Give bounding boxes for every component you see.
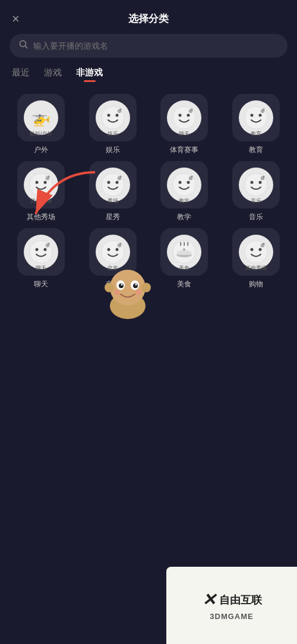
icon-inner-label-teaching: 教学 xyxy=(160,197,208,205)
icon-box-education: 教育 xyxy=(232,94,280,141)
category-shopping[interactable]: 其他秀场 购物 xyxy=(222,228,290,289)
svg-point-38 xyxy=(36,248,39,251)
category-outdoor[interactable]: 🚁 航拍/户外 户外 xyxy=(7,94,75,155)
svg-point-4 xyxy=(115,114,118,117)
grid-label-entertainment: 娱乐 xyxy=(106,145,120,155)
category-entertainment[interactable]: 娱乐 娱乐 xyxy=(79,94,147,155)
grid-label-social: 交友 xyxy=(106,279,120,289)
svg-point-24 xyxy=(115,181,118,184)
page-title: 选择分类 xyxy=(128,12,169,26)
svg-point-19 xyxy=(44,181,47,184)
svg-point-29 xyxy=(187,181,190,184)
category-music[interactable]: 音乐 音乐 xyxy=(222,161,290,222)
svg-point-28 xyxy=(179,181,182,184)
svg-point-43 xyxy=(107,248,110,251)
svg-point-13 xyxy=(250,114,253,117)
svg-point-54 xyxy=(263,243,264,245)
svg-point-44 xyxy=(115,248,118,251)
category-teaching[interactable]: 教学 教学 xyxy=(150,161,219,222)
icon-inner-label-sports: 聊天 xyxy=(160,130,208,138)
svg-point-65 xyxy=(135,289,141,295)
grid-label-chat: 聊天 xyxy=(34,279,48,289)
svg-point-56 xyxy=(110,293,146,319)
svg-point-34 xyxy=(258,181,261,184)
svg-point-8 xyxy=(179,114,182,117)
icon-box-starshow: 秀场 xyxy=(89,161,137,209)
category-othershow[interactable]: 其他秀场 其他秀场 xyxy=(7,161,75,222)
svg-point-52 xyxy=(258,248,261,251)
drone-icon: 🚁 xyxy=(31,109,50,127)
svg-point-6 xyxy=(119,109,121,111)
svg-point-26 xyxy=(119,176,121,178)
grid-label-shopping: 购物 xyxy=(249,279,263,289)
header: × 选择分类 xyxy=(0,0,297,34)
svg-point-33 xyxy=(250,181,253,184)
icon-inner-label-social: 交友 xyxy=(89,264,137,272)
icon-inner-label-food: 美食 xyxy=(160,264,208,272)
category-social[interactable]: 交友 交友 xyxy=(79,228,147,289)
tab-nongames[interactable]: 非游戏 xyxy=(76,67,103,82)
svg-point-11 xyxy=(191,109,193,111)
icon-inner-label-starshow: 秀场 xyxy=(89,197,137,205)
category-food[interactable]: 美食 美食 xyxy=(150,228,219,289)
grid-label-food: 美食 xyxy=(177,279,191,289)
category-grid: 🚁 航拍/户外 户外 娱乐 娱乐 xyxy=(0,94,297,289)
icon-box-sports: 聊天 xyxy=(160,94,208,141)
icon-box-social: 交友 xyxy=(89,228,137,276)
grid-label-music: 音乐 xyxy=(249,212,263,222)
watermark-cn-text: 自由互联 xyxy=(219,593,262,607)
icon-inner-label-music: 音乐 xyxy=(232,197,280,205)
tab-games[interactable]: 游戏 xyxy=(44,67,62,82)
search-icon xyxy=(19,40,29,52)
grid-label-othershow: 其他秀场 xyxy=(27,212,55,222)
svg-point-46 xyxy=(119,243,121,245)
icon-inner-label-entertainment: 娱乐 xyxy=(89,130,137,138)
category-chat[interactable]: 聊天 聊天 xyxy=(7,228,75,289)
close-button[interactable]: × xyxy=(12,11,20,27)
tab-recent[interactable]: 最近 xyxy=(12,67,30,82)
icon-inner-label-othershow: 其他秀场 xyxy=(17,197,65,205)
svg-point-21 xyxy=(48,176,50,178)
svg-point-16 xyxy=(263,109,264,111)
svg-rect-49 xyxy=(183,248,185,251)
grid-label-education: 教育 xyxy=(249,145,263,155)
icon-box-entertainment: 娱乐 xyxy=(89,94,137,141)
svg-point-14 xyxy=(258,114,261,117)
search-input[interactable] xyxy=(33,41,278,50)
svg-point-39 xyxy=(44,248,47,251)
icon-box-food: 美食 xyxy=(160,228,208,276)
icon-inner-label-education: 教育 xyxy=(232,130,280,138)
icon-box-othershow: 其他秀场 xyxy=(17,161,65,209)
svg-point-36 xyxy=(263,176,264,178)
icon-box-chat: 聊天 xyxy=(17,228,65,276)
svg-point-18 xyxy=(36,181,39,184)
watermark-en-text: 3DMGAME xyxy=(210,612,253,621)
svg-point-3 xyxy=(107,114,110,117)
x-logo-icon: ✕ xyxy=(202,590,216,610)
grid-label-starshow: 星秀 xyxy=(106,212,120,222)
svg-point-23 xyxy=(107,181,110,184)
grid-label-teaching: 教学 xyxy=(177,212,191,222)
svg-point-51 xyxy=(250,248,253,251)
icon-box-shopping: 其他秀场 xyxy=(232,228,280,276)
icon-inner-label-outdoor: 航拍/户外 xyxy=(17,130,65,138)
icon-box-teaching: 教学 xyxy=(160,161,208,209)
search-bar xyxy=(10,34,287,58)
icon-box-outdoor: 🚁 航拍/户外 xyxy=(17,94,65,141)
svg-point-9 xyxy=(187,114,190,117)
category-sports[interactable]: 聊天 体育赛事 xyxy=(150,94,219,155)
icon-inner-label-shopping: 其他秀场 xyxy=(232,264,280,272)
category-education[interactable]: 教育 教育 xyxy=(222,94,290,155)
grid-label-outdoor: 户外 xyxy=(34,145,48,155)
tabs-bar: 最近 游戏 非游戏 xyxy=(0,67,297,82)
svg-line-1 xyxy=(26,46,28,49)
icon-inner-label-chat: 聊天 xyxy=(17,264,65,272)
watermark-logo: ✕ 自由互联 xyxy=(202,590,262,610)
svg-point-41 xyxy=(48,243,50,245)
svg-point-64 xyxy=(114,289,120,295)
grid-label-sports: 体育赛事 xyxy=(170,145,198,155)
watermark: ✕ 自由互联 3DMGAME xyxy=(166,567,297,644)
svg-point-31 xyxy=(191,176,193,178)
category-starshow[interactable]: 秀场 星秀 xyxy=(79,161,147,222)
icon-box-music: 音乐 xyxy=(232,161,280,209)
